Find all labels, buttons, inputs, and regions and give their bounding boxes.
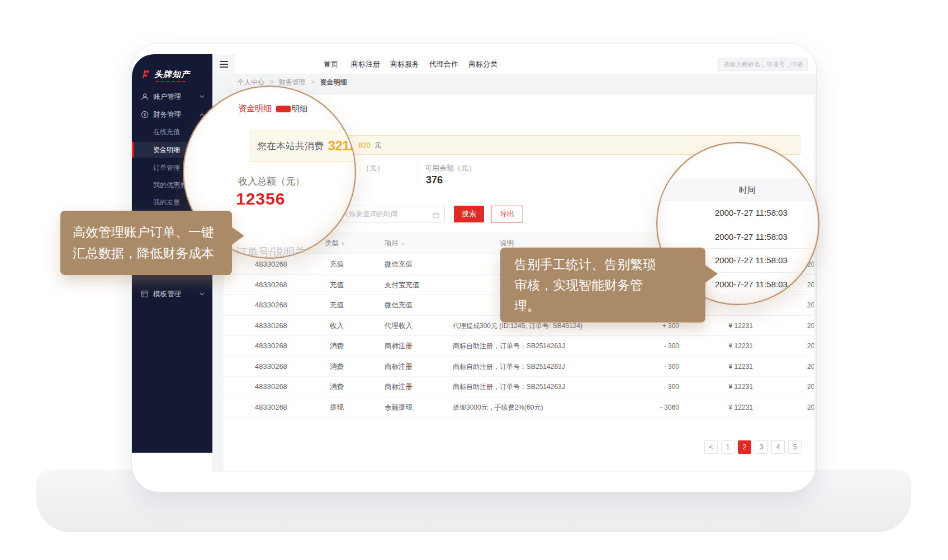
table-header-project[interactable]: 项目∨ xyxy=(385,232,405,254)
lens-tab-fund-detail: 资金明细 xyxy=(238,103,272,114)
user-icon xyxy=(141,93,149,101)
template-grid-icon xyxy=(141,290,149,298)
nav-item-agency[interactable]: 代理合作 xyxy=(429,54,458,74)
sidebar-item-label: 我的发票 xyxy=(153,198,180,207)
table-row: 48330268 提现 余额提现 提现3000元，手续费2%(60元) - 30… xyxy=(224,397,814,418)
sidebar-item-label: 我的优惠券 xyxy=(153,181,187,190)
consumption-amount-fragment: 820元 xyxy=(358,136,382,154)
lens-time-cell: 2000-7-27 11:58:03 xyxy=(657,225,819,249)
pagination-page-button-active[interactable]: 2 xyxy=(738,440,751,454)
sidebar-item-label: 账户管理 xyxy=(153,92,200,102)
lens-tab-fragment: 明细 xyxy=(292,104,307,114)
callout-left: 高效管理账户订单、一键 汇总数据，降低财务成本 xyxy=(60,211,232,275)
callout-text-line: 高效管理账户订单、一键 xyxy=(73,221,220,243)
breadcrumb-separator: > xyxy=(269,78,273,86)
export-button[interactable]: 导出 xyxy=(491,206,523,222)
lens-red-badge xyxy=(276,106,291,112)
lens-time-column-header: 时间 xyxy=(657,178,819,201)
brand-name: 头牌知产 xyxy=(154,69,190,80)
pagination-page-button[interactable]: 4 xyxy=(771,440,785,454)
nav-item-trademark-service[interactable]: 商标服务 xyxy=(390,54,419,74)
sidebar-item-template-manage[interactable]: 模板管理 xyxy=(132,286,212,302)
lens-income-label: 收入总额（元） xyxy=(238,175,305,188)
brand-logo-icon xyxy=(140,69,151,82)
callout-text-line: 理。 xyxy=(514,296,691,316)
sidebar-item-account[interactable]: 账户管理 xyxy=(132,89,212,105)
table-row: 48330268 消费 商标注册 商标自助注册，订单号：SB2514263J -… xyxy=(224,336,814,357)
finance-coin-icon xyxy=(141,111,149,118)
stat-divider xyxy=(418,162,418,183)
laptop-mockup: 头牌知产 账户管理 财务管理 xyxy=(0,0,948,560)
sidebar-item-label: 财务管理 xyxy=(153,110,200,120)
nav-item-trademark-category[interactable]: 商标分类 xyxy=(468,54,497,74)
pagination: < 1 2 3 4 5 xyxy=(704,440,802,454)
breadcrumb-current: 资金明细 xyxy=(320,78,347,86)
sidebar-item-label: 订单管理 xyxy=(153,163,180,173)
lens-time-cell: 2000-7-27 11:58:03 xyxy=(657,201,819,225)
stat-mid-label-fragment: （元） xyxy=(362,163,384,173)
nav-item-trademark-register[interactable]: 商标注册 xyxy=(351,54,380,74)
pagination-page-button[interactable]: 3 xyxy=(755,440,768,454)
table-row: 48330268 消费 商标注册 商标自助注册，订单号：SB2514263J -… xyxy=(224,377,814,397)
breadcrumb-item[interactable]: 个人中心 xyxy=(238,78,264,86)
sort-caret-icon: ∨ xyxy=(341,241,345,246)
lens-consumption-banner: 您在本站共消费 32124 xyxy=(250,130,356,162)
pagination-page-button[interactable]: 5 xyxy=(788,440,802,454)
lens-income-value: 12356 xyxy=(236,189,285,208)
brand-tagline-decor xyxy=(155,81,186,82)
top-nav: 首页 商标注册 商标服务 代理合作 商标分类 xyxy=(212,54,816,74)
hamburger-menu-icon[interactable] xyxy=(212,54,235,74)
lens-banner-label: 您在本站共消费 xyxy=(257,140,324,153)
pagination-page-button[interactable]: 1 xyxy=(721,440,734,454)
chevron-down-icon xyxy=(200,95,205,98)
callout-right: 告别手工统计、告别繁琐 审核，实现智能财务管 理。 xyxy=(500,248,705,322)
available-balance-label: 可用余额（元） xyxy=(425,163,476,173)
sort-caret-icon: ∨ xyxy=(401,241,405,246)
brand-logo: 头牌知产 xyxy=(140,68,207,87)
available-balance-value: 376 xyxy=(426,174,443,186)
breadcrumb-item[interactable]: 财务管理 xyxy=(279,78,306,86)
search-button[interactable]: 搜索 xyxy=(454,206,484,222)
table-row: 48330268 消费 商标注册 商标自助注册，订单号：SB2514263J -… xyxy=(224,357,814,377)
trademark-search-input[interactable] xyxy=(718,58,808,71)
nav-item-home[interactable]: 首页 xyxy=(324,54,338,74)
sidebar-item-label: 模板管理 xyxy=(153,290,200,299)
breadcrumb: 个人中心 > 财务管理 > 资金明细 xyxy=(212,74,816,91)
sidebar-item-label: 在线充值 xyxy=(153,127,180,137)
chevron-down-icon xyxy=(200,292,205,296)
callout-text-line: 审核，实现智能财务管 xyxy=(514,275,691,296)
callout-text-line: 汇总数据，降低财务成本 xyxy=(73,243,220,264)
callout-text-line: 告别手工统计、告别繁琐 xyxy=(514,254,691,275)
breadcrumb-separator: > xyxy=(311,78,315,86)
pagination-prev-button[interactable]: < xyxy=(704,440,718,454)
sidebar-item-label: 资金明细 xyxy=(153,145,180,155)
